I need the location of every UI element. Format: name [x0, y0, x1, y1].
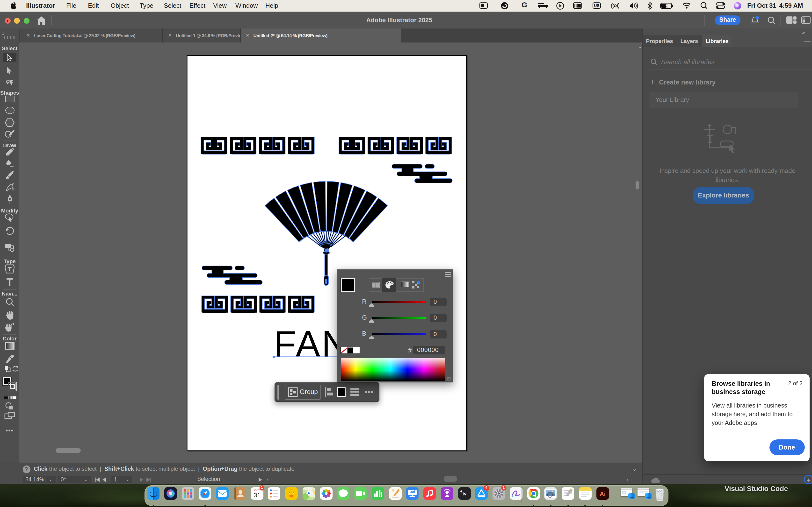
svg-text:31: 31	[254, 492, 260, 499]
svg-text:tv: tv	[462, 492, 466, 496]
svg-text:“: “	[391, 489, 394, 494]
svg-text:US: US	[594, 4, 600, 8]
svg-text:Ai: Ai	[600, 491, 606, 497]
svg-text:T: T	[8, 265, 12, 273]
svg-text:OCT: OCT	[254, 489, 260, 492]
